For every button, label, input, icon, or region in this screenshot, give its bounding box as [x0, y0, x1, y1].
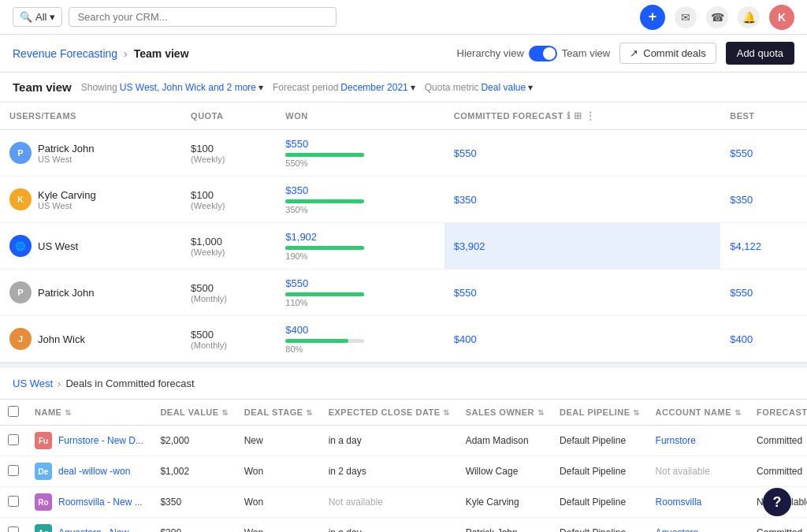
- committed-cell: $550: [444, 130, 721, 177]
- deal-value-sort-icon[interactable]: ⇅: [221, 408, 229, 417]
- col-select-all[interactable]: [0, 400, 27, 426]
- avatar[interactable]: K: [769, 5, 794, 30]
- close-date: in 2 days: [329, 466, 366, 477]
- sales-owner-cell: Adam Madison: [458, 426, 552, 456]
- breadcrumb-parent[interactable]: Revenue Forecasting: [13, 47, 117, 60]
- email-icon[interactable]: ✉: [675, 6, 697, 28]
- user-cell: 🌐 US West: [0, 223, 181, 270]
- pipeline-cell: Default Pipeline: [552, 426, 647, 456]
- hierarchy-team-toggle[interactable]: [529, 46, 557, 61]
- row-checkbox[interactable]: [8, 434, 19, 445]
- row-checkbox[interactable]: [8, 465, 19, 476]
- committed-cell: $400: [444, 316, 721, 363]
- user-info: Kyle Carving US West: [38, 189, 96, 210]
- deal-name[interactable]: Furnstore - New D...: [58, 435, 143, 446]
- add-quota-button[interactable]: Add quota: [726, 42, 794, 65]
- committed-value: $550: [454, 287, 477, 299]
- deal-tag: Aq: [35, 524, 52, 532]
- pipeline-cell: Default Pipeline: [552, 518, 647, 533]
- col-quota: QUOTA: [181, 102, 276, 130]
- committed-forecast-grid-icon[interactable]: ⊞: [574, 110, 582, 121]
- forecast-period-filter[interactable]: Forecast period December 2021 ▾: [273, 82, 415, 93]
- user-avatar: K: [9, 188, 32, 210]
- pipeline-sort-icon[interactable]: ⇅: [633, 408, 640, 417]
- name-sort-icon[interactable]: ⇅: [65, 408, 72, 417]
- select-all-checkbox[interactable]: [8, 406, 19, 417]
- close-date-sort-icon[interactable]: ⇅: [443, 408, 450, 417]
- won-value: $400: [285, 324, 434, 336]
- quota-metric-filter[interactable]: Quota metric Deal value ▾: [425, 82, 533, 93]
- user-team: US West: [38, 201, 96, 210]
- quota-cell: $100 (Weekly): [181, 177, 276, 223]
- deals-table-row: Aq Aquastore - New ... $300 Won in a day…: [0, 518, 807, 533]
- all-filter-button[interactable]: 🔍 All ▾: [13, 7, 62, 27]
- sales-owner-sort-icon[interactable]: ⇅: [537, 408, 545, 417]
- breadcrumb-bar: Revenue Forecasting › Team view Hierarch…: [0, 35, 807, 73]
- deal-value-cell: $350: [152, 487, 236, 518]
- deal-stage-cell: New: [236, 426, 321, 456]
- user-name: John Wick: [38, 333, 85, 345]
- won-value: $550: [285, 138, 434, 150]
- deal-name-cell: Ro Roomsvilla - New ...: [27, 487, 152, 518]
- won-pct: 110%: [285, 298, 434, 307]
- deal-stage-cell: Won: [236, 456, 321, 487]
- deals-table-row: Fu Furnstore - New D... $2,000 New in a …: [0, 426, 807, 456]
- commit-deals-label: Commit deals: [643, 47, 705, 59]
- user-avatar: 🌐: [9, 235, 32, 257]
- row-checkbox[interactable]: [8, 496, 19, 507]
- deals-table-row: Ro Roomsvilla - New ... $350 Won Not ava…: [0, 487, 807, 518]
- deal-name[interactable]: Aquastore - New ...: [58, 527, 139, 532]
- pipeline-cell: Default Pipeline: [552, 487, 647, 518]
- won-cell: $1,902 190%: [276, 223, 444, 270]
- forecast-period-label: Forecast period: [273, 82, 338, 93]
- deals-breadcrumb-title: Deals in Committed forecast: [65, 378, 194, 389]
- progress-bar-fill: [285, 292, 364, 296]
- bell-icon[interactable]: 🔔: [738, 6, 760, 28]
- account-name-link[interactable]: Furnstore: [656, 435, 696, 446]
- search-icon: 🔍: [20, 11, 32, 23]
- account-sort-icon[interactable]: ⇅: [734, 408, 742, 417]
- breadcrumb-separator: ›: [124, 47, 128, 60]
- phone-icon[interactable]: ☎: [706, 6, 728, 28]
- user-name: Patrick John: [38, 287, 95, 299]
- team-table-section: USERS/TEAMS QUOTA WON COMMITTED FORECAST…: [0, 102, 807, 363]
- user-cell: P Patrick John: [0, 270, 181, 316]
- team-table-row: J John Wick $500 (Monthly) $400 80% $400…: [0, 316, 807, 363]
- commit-deals-icon: ↗: [630, 47, 638, 59]
- forecast-period-chevron-icon: ▾: [411, 82, 415, 93]
- close-date-cell: in a day: [321, 518, 458, 533]
- account-name-link[interactable]: Roomsvilla: [656, 497, 702, 508]
- team-table-row: P Patrick John $500 (Monthly) $550 110% …: [0, 270, 807, 316]
- add-button[interactable]: +: [640, 5, 665, 30]
- showing-label: Showing: [81, 82, 117, 93]
- commit-deals-button[interactable]: ↗ Commit deals: [619, 43, 716, 64]
- committed-forecast-info-icon[interactable]: ℹ: [567, 110, 571, 121]
- deal-stage-sort-icon[interactable]: ⇅: [306, 408, 313, 417]
- forecast-category-cell: Committed: [749, 456, 807, 487]
- deal-value-cell: $300: [152, 518, 236, 533]
- search-bar: [69, 7, 337, 27]
- quota-period: (Weekly): [191, 154, 266, 164]
- won-pct: 350%: [285, 205, 434, 214]
- deal-name[interactable]: deal -willow -won: [58, 466, 130, 477]
- deal-name[interactable]: Roomsvilla - New ...: [58, 497, 143, 508]
- account-name-link[interactable]: Aquastore: [656, 527, 699, 532]
- showing-value: US West, John Wick and 2 more: [120, 82, 256, 93]
- col-committed-forecast: COMMITTED FORECAST ℹ ⊞ ⋮: [444, 102, 721, 130]
- close-date-cell: Not available: [321, 487, 458, 518]
- quota-metric-chevron-icon: ▾: [528, 82, 533, 93]
- team-view-title: Team view: [13, 80, 72, 94]
- won-cell: $550 550%: [276, 130, 444, 177]
- showing-filter[interactable]: Showing US West, John Wick and 2 more ▾: [81, 82, 263, 93]
- user-cell: J John Wick: [0, 316, 181, 363]
- deal-value-cell: $1,002: [152, 456, 236, 487]
- committed-forecast-more-icon[interactable]: ⋮: [586, 110, 596, 121]
- won-cell: $400 80%: [276, 316, 444, 363]
- progress-bar: [285, 153, 364, 157]
- search-input[interactable]: [77, 11, 328, 23]
- user-avatar: J: [9, 328, 32, 350]
- deals-breadcrumb-link[interactable]: US West: [13, 378, 53, 389]
- help-button[interactable]: ?: [763, 488, 791, 516]
- hierarchy-view-toggle-group: Hierarchy view Team view: [457, 46, 611, 61]
- row-checkbox[interactable]: [8, 526, 19, 533]
